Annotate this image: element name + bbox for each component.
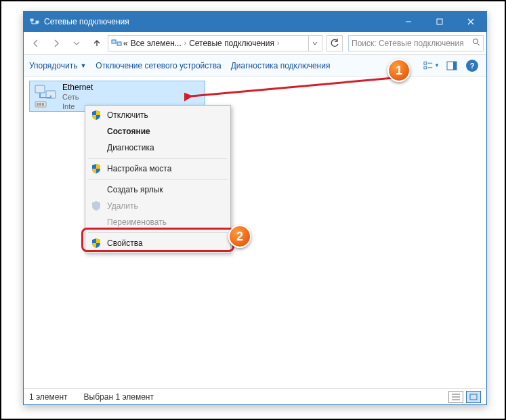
uac-shield-icon bbox=[91, 110, 102, 121]
ctx-bridge[interactable]: Настройка моста bbox=[87, 161, 229, 177]
uac-shield-icon bbox=[91, 163, 102, 174]
menu-separator bbox=[88, 179, 228, 180]
titlebar: Сетевые подключения bbox=[24, 12, 486, 32]
minimize-button[interactable] bbox=[393, 12, 424, 32]
organize-menu[interactable]: Упорядочить ▼ bbox=[29, 61, 86, 70]
ctx-disable[interactable]: Отключить bbox=[87, 107, 229, 123]
ctx-diagnose[interactable]: Диагностика bbox=[87, 140, 229, 156]
svg-rect-14 bbox=[39, 103, 41, 106]
ctx-status-label: Состояние bbox=[107, 127, 150, 136]
svg-rect-15 bbox=[42, 103, 44, 106]
svg-rect-7 bbox=[424, 66, 427, 68]
close-button[interactable] bbox=[455, 12, 486, 32]
recent-locations-button[interactable] bbox=[67, 35, 86, 52]
svg-rect-16 bbox=[470, 394, 477, 400]
control-panel-icon bbox=[111, 38, 122, 49]
navigation-bar: « Все элемен... › Сетевые подключения › … bbox=[24, 32, 486, 55]
menu-separator bbox=[88, 232, 228, 233]
disable-device-label: Отключение сетевого устройства bbox=[96, 61, 221, 70]
breadcrumb-part-1[interactable]: Все элемен... bbox=[131, 39, 182, 48]
svg-rect-13 bbox=[37, 103, 39, 106]
connection-name: Ethernet bbox=[62, 83, 93, 92]
command-bar: Упорядочить ▼ Отключение сетевого устрой… bbox=[24, 55, 486, 77]
svg-rect-2 bbox=[437, 19, 442, 24]
svg-rect-0 bbox=[30, 18, 34, 22]
uac-shield-icon bbox=[91, 238, 102, 249]
up-button[interactable] bbox=[87, 35, 106, 52]
svg-rect-10 bbox=[35, 85, 45, 93]
ctx-properties-label: Свойства bbox=[107, 238, 143, 248]
ctx-shortcut-label: Создать ярлык bbox=[107, 185, 163, 194]
view-options-button[interactable]: ▼ bbox=[423, 58, 440, 74]
status-bar: 1 элемент Выбран 1 элемент bbox=[24, 388, 486, 404]
ctx-disable-label: Отключить bbox=[107, 110, 148, 120]
ctx-rename-label: Переименовать bbox=[107, 217, 167, 227]
chevron-down-icon: ▼ bbox=[80, 62, 86, 69]
chevron-right-icon[interactable]: › bbox=[184, 39, 186, 47]
address-bar[interactable]: « Все элемен... › Сетевые подключения › bbox=[108, 35, 322, 51]
svg-point-5 bbox=[473, 39, 478, 44]
status-selection: Выбран 1 элемент bbox=[84, 392, 154, 402]
annotation-badge-2: 2 bbox=[228, 225, 251, 248]
search-box[interactable]: Поиск: Сетевые подключения bbox=[348, 35, 484, 51]
svg-rect-4 bbox=[117, 42, 121, 45]
badge-2-text: 2 bbox=[236, 230, 243, 244]
annotation-badge-1: 1 bbox=[387, 59, 410, 82]
diagnose-button[interactable]: Диагностика подключения bbox=[231, 61, 331, 70]
ctx-delete-label: Удалить bbox=[107, 201, 138, 211]
organize-label: Упорядочить bbox=[29, 61, 77, 70]
details-view-button[interactable] bbox=[448, 391, 463, 403]
badge-1-text: 1 bbox=[396, 64, 402, 78]
uac-shield-icon bbox=[91, 201, 102, 211]
ctx-status[interactable]: Состояние bbox=[87, 123, 229, 140]
search-placeholder: Поиск: Сетевые подключения bbox=[352, 39, 464, 48]
ethernet-adapter-icon bbox=[33, 83, 60, 110]
refresh-button[interactable] bbox=[326, 35, 343, 51]
chevron-down-icon: ▼ bbox=[434, 62, 440, 68]
chevron-right-icon[interactable]: › bbox=[277, 39, 279, 47]
ctx-rename: Переименовать bbox=[87, 214, 229, 230]
ctx-diagnose-label: Диагностика bbox=[107, 143, 154, 152]
diagnose-label: Диагностика подключения bbox=[231, 61, 331, 70]
help-icon: ? bbox=[466, 60, 478, 72]
back-button[interactable] bbox=[26, 35, 45, 52]
address-history-dropdown[interactable] bbox=[308, 36, 320, 51]
ctx-bridge-label: Настройка моста bbox=[107, 164, 171, 173]
window-title: Сетевые подключения bbox=[44, 17, 129, 26]
status-item-count: 1 элемент bbox=[29, 392, 68, 402]
menu-separator bbox=[88, 158, 228, 159]
forward-button[interactable] bbox=[47, 35, 66, 52]
breadcrumb-part-2[interactable]: Сетевые подключения bbox=[189, 39, 274, 48]
help-button[interactable]: ? bbox=[463, 58, 481, 74]
ctx-delete: Удалить bbox=[87, 198, 229, 214]
ctx-properties[interactable]: Свойства bbox=[87, 235, 229, 251]
content-area[interactable]: Ethernet Сеть Inte Отключить Состояние Д… bbox=[24, 77, 486, 388]
svg-rect-3 bbox=[112, 40, 116, 43]
disable-device-button[interactable]: Отключение сетевого устройства bbox=[96, 61, 221, 70]
large-icons-view-button[interactable] bbox=[466, 391, 481, 403]
connection-network: Сеть bbox=[62, 92, 93, 102]
context-menu: Отключить Состояние Диагностика Настройк… bbox=[85, 105, 231, 253]
ctx-create-shortcut[interactable]: Создать ярлык bbox=[87, 182, 229, 198]
search-icon[interactable] bbox=[472, 38, 480, 48]
svg-rect-6 bbox=[424, 62, 427, 64]
explorer-window: Сетевые подключения « Все элемен... › Се… bbox=[23, 11, 487, 405]
maximize-button[interactable] bbox=[424, 12, 455, 32]
network-connections-icon bbox=[29, 16, 40, 27]
preview-pane-button[interactable] bbox=[443, 58, 461, 74]
svg-rect-9 bbox=[453, 62, 457, 70]
breadcrumb-prefix: « bbox=[123, 39, 128, 48]
